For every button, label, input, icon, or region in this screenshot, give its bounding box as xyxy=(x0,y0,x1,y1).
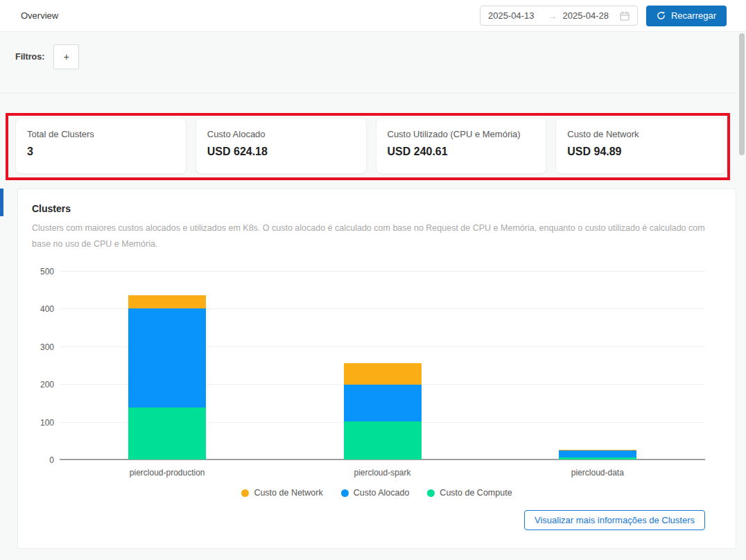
stat-card-title: Custo Utilizado (CPU e Memória) xyxy=(388,129,535,139)
stat-card-title: Custo de Network xyxy=(567,129,715,139)
y-tick-label: 300 xyxy=(28,342,54,352)
legend-dot xyxy=(241,489,249,497)
legend-label: Custo de Compute xyxy=(440,488,512,498)
clusters-panel-footer: Visualizar mais informações de Clusters xyxy=(32,510,705,530)
legend-item-custo-de-network[interactable]: Custo de Network xyxy=(241,488,322,498)
reload-button-label: Recarregar xyxy=(671,10,716,21)
stat-card-value: USD 240.61 xyxy=(388,146,535,158)
bar-segment-custo-alocado[interactable] xyxy=(344,385,422,421)
y-tick-label: 100 xyxy=(28,418,54,428)
stat-card-total-clusters: Total de Clusters 3 xyxy=(15,118,186,174)
reload-icon xyxy=(657,11,666,20)
view-more-clusters-button[interactable]: Visualizar mais informações de Clusters xyxy=(524,510,705,530)
clusters-panel-description: Clusters com maiores custos alocados e u… xyxy=(32,220,718,252)
stat-card-title: Total de Clusters xyxy=(27,129,175,139)
left-scroll-accent xyxy=(0,189,3,216)
clusters-panel-title: Clusters xyxy=(32,203,722,214)
bar-segment-custo-de-compute[interactable] xyxy=(128,408,206,460)
date-start-value[interactable]: 2025-04-13 xyxy=(488,10,544,21)
legend-dot xyxy=(341,489,349,497)
bar-segment-custo-alocado[interactable] xyxy=(128,308,206,408)
bar-segment-custo-de-network[interactable] xyxy=(128,295,206,308)
legend-label: Custo Alocado xyxy=(354,488,410,498)
x-axis-label: piercloud-data xyxy=(490,468,705,478)
stat-card-custo-utilizado: Custo Utilizado (CPU e Memória) USD 240.… xyxy=(376,118,547,174)
x-axis-label: piercloud-production xyxy=(60,468,275,478)
bar-segment-custo-alocado[interactable] xyxy=(559,450,636,457)
reload-button[interactable]: Recarregar xyxy=(646,6,727,26)
bar-segment-custo-de-network[interactable] xyxy=(344,363,422,385)
legend-item-custo-alocado[interactable]: Custo Alocado xyxy=(341,488,410,498)
legend-label: Custo de Network xyxy=(254,488,322,498)
stat-cards-row: Total de Clusters 3 Custo Alocado USD 62… xyxy=(15,118,727,174)
chart-plot-area: 0100200300400500 xyxy=(60,272,705,460)
y-tick-label: 200 xyxy=(28,380,54,390)
bar-piercloud-production[interactable] xyxy=(128,295,206,460)
y-tick-label: 0 xyxy=(28,455,54,465)
chart-legend: Custo de NetworkCusto AlocadoCusto de Co… xyxy=(32,488,722,498)
y-tick-label: 400 xyxy=(28,304,54,314)
top-bar-controls: 2025-04-13 → 2025-04-28 Recarregar xyxy=(480,6,727,26)
clusters-panel: Clusters Clusters com maiores custos alo… xyxy=(17,189,736,549)
legend-item-custo-de-compute[interactable]: Custo de Compute xyxy=(427,488,512,498)
add-filter-button[interactable]: + xyxy=(53,44,79,69)
clusters-stacked-bar-chart: 0100200300400500 piercloud-productionpie… xyxy=(32,272,722,498)
y-tick-label: 500 xyxy=(28,267,54,277)
stat-card-title: Custo Alocado xyxy=(207,129,355,139)
stat-card-value: USD 624.18 xyxy=(207,146,355,158)
stat-card-value: 3 xyxy=(27,146,175,158)
bar-segment-custo-de-compute[interactable] xyxy=(344,421,422,460)
page-title: Overview xyxy=(21,10,58,21)
chart-x-axis: piercloud-productionpiercloud-sparkpierc… xyxy=(60,468,705,478)
section-divider xyxy=(0,93,738,94)
stat-card-value: USD 94.89 xyxy=(567,146,715,158)
top-bar: Overview 2025-04-13 → 2025-04-28 Recarre… xyxy=(0,0,746,32)
calendar-icon xyxy=(620,11,630,21)
filters-label: Filtros: xyxy=(15,44,44,62)
date-range-arrow-icon: → xyxy=(548,11,557,21)
date-range-picker[interactable]: 2025-04-13 → 2025-04-28 xyxy=(480,6,638,26)
x-axis-label: piercloud-spark xyxy=(275,468,489,478)
stat-card-custo-alocado: Custo Alocado USD 624.18 xyxy=(196,118,367,174)
bar-piercloud-data[interactable] xyxy=(559,450,636,460)
legend-dot xyxy=(427,489,435,497)
stat-card-custo-network: Custo de Network USD 94.89 xyxy=(555,118,727,174)
date-end-value[interactable]: 2025-04-28 xyxy=(562,10,609,21)
bar-piercloud-spark[interactable] xyxy=(344,363,422,460)
gridline-500 xyxy=(60,271,705,272)
vertical-scrollbar[interactable] xyxy=(739,33,745,155)
bar-segment-custo-de-compute[interactable] xyxy=(559,457,636,460)
filters-section: Filtros: + xyxy=(0,32,746,93)
